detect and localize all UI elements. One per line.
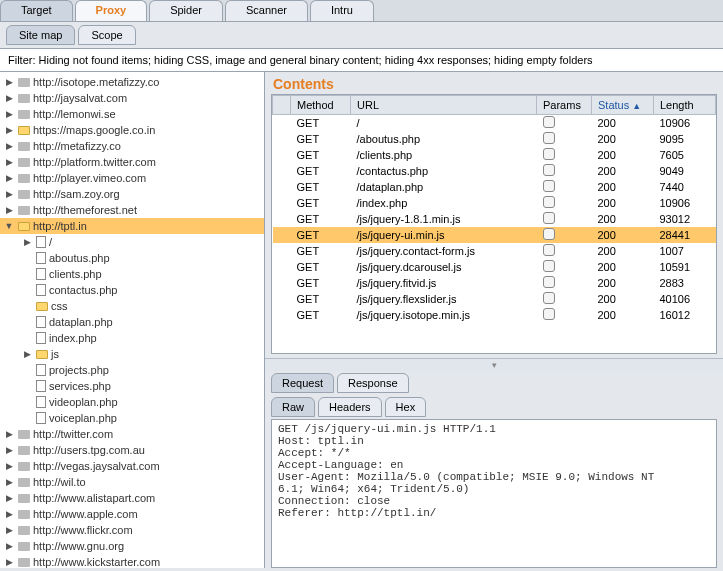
filter-bar[interactable]: Filter: Hiding not found items; hiding C… (0, 48, 723, 72)
folder-gray-icon (18, 142, 30, 151)
sub-tab-scope[interactable]: Scope (78, 25, 135, 45)
tree-item[interactable]: / (0, 234, 264, 250)
tree-item[interactable]: http://jaysalvat.com (0, 90, 264, 106)
expand-arrow-icon[interactable] (3, 93, 15, 103)
tree-label: services.php (49, 380, 111, 392)
expand-arrow-icon[interactable] (3, 429, 15, 439)
table-row[interactable]: GET/js/jquery.isotope.min.js20016012 (273, 307, 716, 323)
tree-item[interactable]: http://twitter.com (0, 426, 264, 442)
expand-arrow-icon[interactable] (21, 237, 33, 247)
tree-item[interactable]: http://wil.to (0, 474, 264, 490)
table-row[interactable]: GET/dataplan.php2007440 (273, 179, 716, 195)
expand-arrow-icon[interactable] (3, 77, 15, 87)
tree-item[interactable]: http://lemonwi.se (0, 106, 264, 122)
tab-raw[interactable]: Raw (271, 397, 315, 417)
tree-item[interactable]: http://vegas.jaysalvat.com (0, 458, 264, 474)
expand-arrow-icon[interactable] (21, 349, 33, 359)
tab-headers[interactable]: Headers (318, 397, 382, 417)
table-row[interactable]: GET/aboutus.php2009095 (273, 131, 716, 147)
raw-request-text[interactable]: GET /js/jquery-ui.min.js HTTP/1.1 Host: … (271, 419, 717, 568)
table-row[interactable]: GET/js/jquery.fitvid.js2002883 (273, 275, 716, 291)
expand-arrow-icon[interactable] (3, 541, 15, 551)
folder-gray-icon (18, 558, 30, 567)
expand-arrow-icon[interactable] (3, 125, 15, 135)
expand-arrow-icon[interactable] (3, 445, 15, 455)
tab-response[interactable]: Response (337, 373, 409, 393)
tree-item[interactable]: http://users.tpg.com.au (0, 442, 264, 458)
table-row[interactable]: GET/js/jquery.contact-form.js2001007 (273, 243, 716, 259)
tree-item[interactable]: voiceplan.php (0, 410, 264, 426)
tree-item[interactable]: http://player.vimeo.com (0, 170, 264, 186)
tree-item[interactable]: http://themeforest.net (0, 202, 264, 218)
tree-label: http://www.apple.com (33, 508, 138, 520)
requests-table[interactable]: Method URL Params Status ▲ Length GET/20… (271, 94, 717, 354)
top-tab-scanner[interactable]: Scanner (225, 0, 308, 21)
col-method[interactable]: Method (291, 96, 351, 115)
table-row[interactable]: GET/js/jquery-1.8.1.min.js20093012 (273, 211, 716, 227)
expand-arrow-icon[interactable] (3, 189, 15, 199)
tree-item[interactable]: aboutus.php (0, 250, 264, 266)
table-row[interactable]: GET/js/jquery.dcarousel.js20010591 (273, 259, 716, 275)
expand-arrow-icon[interactable] (3, 493, 15, 503)
expand-arrow-icon[interactable] (3, 109, 15, 119)
top-tab-proxy[interactable]: Proxy (75, 0, 148, 21)
site-tree[interactable]: http://isotope.metafizzy.cohttp://jaysal… (0, 72, 265, 568)
expand-arrow-icon[interactable] (3, 477, 15, 487)
table-row[interactable]: GET/clients.php2007605 (273, 147, 716, 163)
tree-item[interactable]: dataplan.php (0, 314, 264, 330)
sub-tab-site-map[interactable]: Site map (6, 25, 75, 45)
table-row[interactable]: GET/index.php20010906 (273, 195, 716, 211)
tree-item[interactable]: http://www.gnu.org (0, 538, 264, 554)
tree-label: http://sam.zoy.org (33, 188, 120, 200)
col-blank[interactable] (273, 96, 291, 115)
expand-arrow-icon[interactable] (3, 221, 15, 231)
tree-label: http://tptl.in (33, 220, 87, 232)
params-checkbox-icon (543, 292, 555, 304)
top-tab-intru[interactable]: Intru (310, 0, 374, 21)
params-checkbox-icon (543, 260, 555, 272)
col-status[interactable]: Status ▲ (592, 96, 654, 115)
expand-arrow-icon[interactable] (3, 557, 15, 567)
tree-item[interactable]: http://platform.twitter.com (0, 154, 264, 170)
expand-arrow-icon[interactable] (3, 141, 15, 151)
expand-arrow-icon[interactable] (3, 157, 15, 167)
tree-item[interactable]: projects.php (0, 362, 264, 378)
tree-item[interactable]: index.php (0, 330, 264, 346)
tree-item[interactable]: http://www.flickr.com (0, 522, 264, 538)
tree-item[interactable]: js (0, 346, 264, 362)
col-params[interactable]: Params (537, 96, 592, 115)
table-row[interactable]: GET/js/jquery-ui.min.js20028441 (273, 227, 716, 243)
top-tab-spider[interactable]: Spider (149, 0, 223, 21)
tab-request[interactable]: Request (271, 373, 334, 393)
tree-item[interactable]: http://www.alistapart.com (0, 490, 264, 506)
table-row[interactable]: GET/js/jquery.flexslider.js20040106 (273, 291, 716, 307)
tree-item[interactable]: http://isotope.metafizzy.co (0, 74, 264, 90)
expand-arrow-icon[interactable] (3, 509, 15, 519)
folder-yellow-icon (18, 126, 30, 135)
tree-item[interactable]: contactus.php (0, 282, 264, 298)
expand-arrow-icon[interactable] (3, 525, 15, 535)
tree-item[interactable]: http://www.kickstarter.com (0, 554, 264, 568)
col-url[interactable]: URL (351, 96, 537, 115)
expand-arrow-icon[interactable] (3, 205, 15, 215)
tree-item[interactable]: css (0, 298, 264, 314)
folder-gray-icon (18, 158, 30, 167)
tree-item[interactable]: http://sam.zoy.org (0, 186, 264, 202)
folder-gray-icon (18, 526, 30, 535)
tab-hex[interactable]: Hex (385, 397, 427, 417)
table-row[interactable]: GET/20010906 (273, 115, 716, 132)
tree-item[interactable]: services.php (0, 378, 264, 394)
table-row[interactable]: GET/contactus.php2009049 (273, 163, 716, 179)
tree-item[interactable]: http://www.apple.com (0, 506, 264, 522)
expand-arrow-icon[interactable] (3, 173, 15, 183)
col-length[interactable]: Length (654, 96, 716, 115)
tree-item[interactable]: http://metafizzy.co (0, 138, 264, 154)
tree-item[interactable]: http://tptl.in (0, 218, 264, 234)
tree-item[interactable]: clients.php (0, 266, 264, 282)
expand-arrow-icon[interactable] (3, 461, 15, 471)
params-checkbox-icon (543, 276, 555, 288)
tree-item[interactable]: videoplan.php (0, 394, 264, 410)
top-tab-target[interactable]: Target (0, 0, 73, 21)
tree-item[interactable]: https://maps.google.co.in (0, 122, 264, 138)
folder-gray-icon (18, 478, 30, 487)
